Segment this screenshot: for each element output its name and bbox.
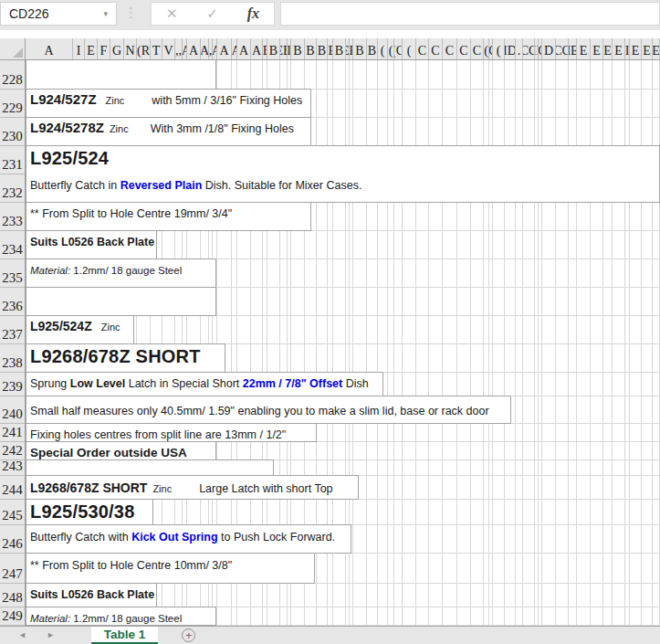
row-header[interactable]: 246 [0, 525, 25, 554]
sheet-body[interactable]: L924/527ZZincwith 5mm / 3/16" Fixing Hol… [26, 60, 660, 626]
row-header[interactable]: 236 [0, 288, 25, 316]
column-header[interactable]: A [251, 38, 263, 59]
cell-box[interactable]: Special Order outside USA [26, 441, 216, 460]
row-header[interactable]: 248 [0, 584, 25, 607]
column-header[interactable]: A [217, 38, 232, 59]
row-header[interactable]: 245 [0, 500, 25, 525]
column-header[interactable]: C [429, 38, 443, 59]
cell-box[interactable]: L925/524Butterfly Catch in Reversed Plai… [26, 145, 660, 203]
row-header[interactable]: 244 [0, 476, 25, 500]
cell-box[interactable]: Fixing holes centres from split line are… [26, 423, 317, 442]
column-header[interactable]: CC [556, 38, 569, 59]
cell-box[interactable]: L9268/678Z SHORT [26, 343, 225, 373]
row-header[interactable]: 232 [0, 174, 25, 203]
row-header[interactable]: 249 [0, 607, 25, 626]
cell-box[interactable]: Butterfly Catch with Kick Out Spring to … [26, 524, 351, 554]
cell-box[interactable]: Sprung Low Level Latch in Special Short … [26, 372, 383, 396]
cell-box[interactable]: L924/5278ZZincWith 3mm /1/8" Fixing Hole… [26, 117, 311, 146]
next-sheet-icon[interactable]: ► [47, 627, 55, 644]
cell-box[interactable]: L924/527ZZincwith 5mm / 3/16" Fixing Hol… [26, 89, 311, 118]
column-header[interactable]: ( [403, 38, 416, 59]
row-header[interactable]: 247 [0, 554, 25, 584]
column-header[interactable]: N [124, 38, 137, 59]
confirm-icon[interactable]: ✓ [206, 5, 218, 22]
row-header[interactable]: 230 [0, 118, 25, 146]
column-header[interactable]: T [151, 38, 162, 59]
column-header[interactable]: D [542, 38, 556, 59]
insert-function-icon[interactable]: fx [247, 5, 259, 22]
cell-box[interactable]: L9268/678Z SHORTZincLarge Latch with sho… [26, 475, 359, 500]
column-header[interactable]: A [26, 38, 73, 59]
name-box[interactable]: CD226 ▾ [0, 2, 117, 26]
add-sheet-button[interactable]: + [182, 628, 195, 642]
cell-box[interactable]: Material: 1.2mm/ 18 gauge Steel [26, 607, 216, 626]
column-header[interactable]: ID [505, 38, 516, 59]
column-header[interactable]: ( [378, 38, 388, 59]
row-header[interactable]: 240 [0, 396, 25, 424]
column-header[interactable]: B [333, 38, 346, 59]
cell-box[interactable]: Suits L0526 Back Plate [26, 583, 157, 607]
cell-box[interactable]: L925/524ZZinc [26, 315, 134, 344]
column-header[interactable]: B [267, 38, 280, 59]
column-header[interactable]: E [613, 38, 625, 59]
cell-box[interactable] [26, 60, 216, 90]
row-header[interactable]: 233 [0, 203, 25, 231]
column-header[interactable]: G [110, 38, 124, 59]
column-header[interactable]: C [457, 38, 471, 59]
formula-bar-handle-icon[interactable]: ⋮ [124, 5, 138, 21]
cell-box[interactable]: L925/530/38 [26, 499, 153, 525]
column-header[interactable]: (R [137, 38, 151, 59]
column-header[interactable]: E [653, 38, 660, 59]
sheet-tab-table-1[interactable]: Table 1 [91, 627, 159, 644]
column-header[interactable]: B [317, 38, 328, 59]
row-header[interactable]: 235 [0, 259, 25, 288]
cell-box[interactable]: ** From Split to Hole Centre 19mm/ 3/4" [26, 202, 311, 231]
column-header[interactable]: ( [493, 38, 505, 59]
column-header[interactable]: CC [523, 38, 535, 59]
row-header[interactable]: 229 [0, 90, 25, 118]
column-header[interactable]: EB [280, 38, 288, 59]
cell-box[interactable]: Suits L0526 Back Plate [26, 230, 157, 259]
column-header[interactable]: C [471, 38, 484, 59]
column-header[interactable]: C [416, 38, 429, 59]
formula-input[interactable] [280, 2, 660, 26]
column-header[interactable]: A [187, 38, 201, 59]
select-all-corner[interactable] [0, 38, 26, 60]
cell-box[interactable]: Material: 1.2mm/ 18 gauge Steel [26, 259, 216, 288]
column-header[interactable]: (C [394, 38, 403, 59]
column-header[interactable]: E [85, 38, 98, 59]
row-header[interactable]: 238 [0, 344, 25, 373]
row-header[interactable]: 243 [0, 460, 25, 476]
row-header[interactable]: 241 [0, 424, 25, 442]
cancel-icon[interactable]: ✕ [166, 5, 178, 22]
column-header[interactable]: IE [569, 38, 577, 59]
cell-box[interactable] [26, 287, 216, 316]
cell-box[interactable] [26, 459, 274, 476]
name-box-dropdown-icon[interactable]: ▾ [103, 9, 108, 18]
column-header[interactable]: E [642, 38, 653, 59]
column-header[interactable]: E [591, 38, 603, 59]
row-header[interactable]: 239 [0, 373, 25, 396]
row-header[interactable]: 242 [0, 442, 25, 460]
cell-box[interactable]: ** From Split to Hole Centre 10mm/ 3/8" [26, 553, 315, 584]
column-header[interactable]: E [603, 38, 613, 59]
column-header[interactable]: B [367, 38, 378, 59]
column-header[interactable]: F [98, 38, 110, 59]
column-header[interactable]: E [630, 38, 642, 59]
row-header[interactable]: 237 [0, 316, 25, 344]
column-header[interactable]: B [291, 38, 305, 59]
column-header[interactable]: A [237, 38, 251, 59]
row-header[interactable]: 234 [0, 231, 25, 259]
row-header[interactable]: 231 [0, 146, 25, 174]
prev-sheet-icon[interactable]: ◄ [18, 627, 26, 644]
column-header[interactable]: ,, [175, 38, 183, 59]
cell-box[interactable]: Small half measures only 40.5mm/ 1.59" e… [26, 396, 511, 424]
row-header[interactable]: 228 [0, 60, 25, 90]
column-header[interactable]: ( [388, 38, 394, 59]
column-header[interactable]: C [443, 38, 457, 59]
column-header[interactable]: B [353, 38, 367, 59]
column-header[interactable]: B [305, 38, 317, 59]
column-header[interactable]: E [577, 38, 591, 59]
column-header[interactable]: A [201, 38, 209, 59]
column-header[interactable]: V [162, 38, 175, 59]
